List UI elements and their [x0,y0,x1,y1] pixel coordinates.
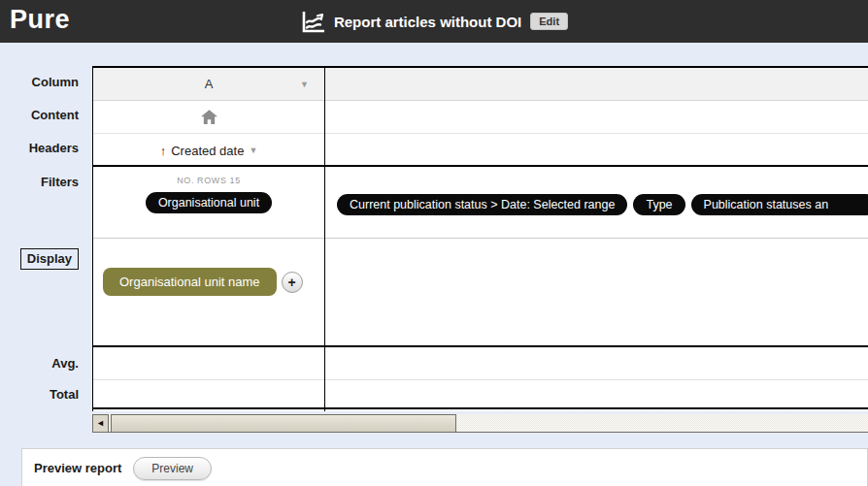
row-label-headers: Headers [0,132,85,165]
headers-cell-b [325,134,868,165]
sort-field-label: Created date [171,144,244,158]
grid-row-content [93,101,868,134]
edit-button[interactable]: Edit [530,13,568,30]
chart-icon [300,10,325,34]
report-builder-grid: A ▼ ↑ Created date ▼ [92,66,868,411]
sort-asc-icon: ↑ [160,144,167,158]
column-a-header-cell[interactable]: A ▼ [93,68,324,100]
display-cell-a: Organisational unit name + [93,239,324,345]
chevron-down-icon[interactable]: ▼ [249,146,257,155]
grid-row-headers: ↑ Created date ▼ [93,134,868,167]
report-editor-page: Pure Report articles without DOI Edit Co… [0,0,868,486]
preview-report-panel: Preview report Preview [21,448,868,486]
rows-count-note: NO. ROWS 15 [177,176,241,189]
column-a-letter: A [93,68,324,101]
column-b-header-cell [325,68,868,100]
add-display-value-button[interactable]: + [282,272,303,293]
chevron-down-icon[interactable]: ▼ [300,68,309,101]
row-label-column: Column [0,66,85,99]
display-pill-organisational-unit-name[interactable]: Organisational unit name [103,268,277,296]
preview-button[interactable]: Preview [133,457,212,480]
scrollbar-thumb[interactable] [111,414,456,433]
avg-cell-a [93,347,324,379]
row-label-total: Total [0,380,85,409]
content-type-cell[interactable] [93,101,324,134]
row-label-display-wrap: Display [0,248,85,270]
column-divider [324,68,325,411]
grid-row-filters: NO. ROWS 15 Organisational unit Current … [93,167,868,239]
top-bar: Pure Report articles without DOI Edit [0,0,868,43]
filter-pill-publication-statuses[interactable]: Publication statuses an [691,194,868,215]
content-cell-b [325,101,868,133]
grid-row-display: Organisational unit name + [93,239,868,347]
horizontal-scrollbar[interactable]: ◄ [92,414,868,433]
row-label-filters: Filters [0,175,85,189]
scroll-left-icon[interactable]: ◄ [92,414,109,433]
report-title-group: Report articles without DOI Edit [0,0,868,43]
filter-pill-organisational-unit[interactable]: Organisational unit [146,192,272,213]
grid-row-column: A ▼ [93,68,868,101]
filter-pill-type[interactable]: Type [633,194,684,215]
grid-row-avg [93,347,868,380]
total-cell-a [93,380,324,407]
filter-pill-current-publication-status[interactable]: Current publication status > Date: Selec… [337,194,627,215]
display-cell-b [325,239,868,345]
filters-cell-b: Current publication status > Date: Selec… [325,167,868,238]
row-label-avg: Avg. [0,347,85,380]
preview-report-heading: Preview report [34,461,121,475]
row-label-content: Content [0,99,85,132]
total-cell-b [325,380,868,407]
home-icon [201,110,217,125]
grid-row-total [93,380,868,409]
sort-header-cell[interactable]: ↑ Created date ▼ [93,134,324,167]
filters-cell-a: NO. ROWS 15 Organisational unit [93,167,324,238]
row-label-display[interactable]: Display [20,248,79,270]
avg-cell-b [325,347,868,379]
page-title: Report articles without DOI [334,14,521,30]
